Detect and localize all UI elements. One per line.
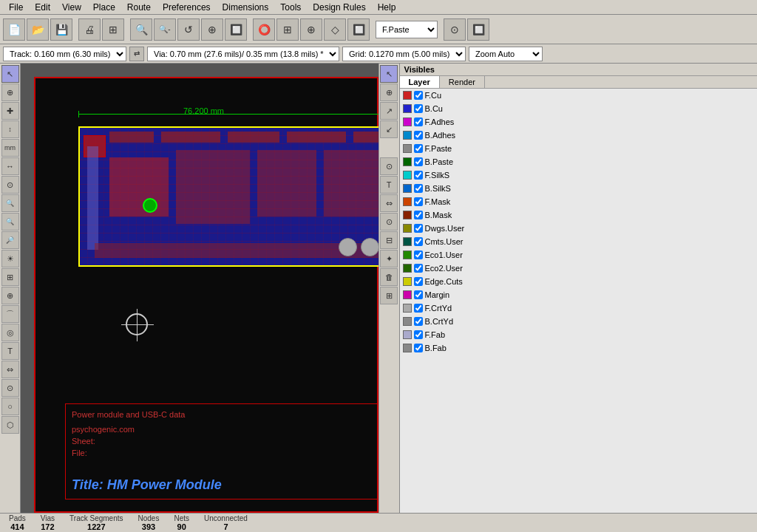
layer-row-b-mask[interactable]: B.Mask (400, 208, 758, 222)
layer-row-cmts-user[interactable]: Cmts.User (400, 235, 758, 248)
menu-file[interactable]: File (3, 1, 29, 14)
layer-row-f-crtyd[interactable]: F.CrtYd (400, 301, 758, 315)
menu-design-rules[interactable]: Design Rules (307, 1, 371, 14)
layer-select[interactable]: F.CuB.CuF.AdhesB.AdhesF.PasteB.PasteF.Si… (376, 21, 438, 38)
layer-check-dwgs-user[interactable] (414, 224, 423, 233)
add-line-tool[interactable]: ⇔ (1, 361, 19, 378)
rt-tool3[interactable]: ↗ (380, 102, 398, 120)
menu-tools[interactable]: Tools (274, 1, 307, 14)
print2-button[interactable]: ⊞ (102, 18, 124, 41)
rt-tool9[interactable]: ⊙ (380, 213, 398, 231)
route-45-tool[interactable]: ⊕ (1, 287, 19, 304)
tab-layer[interactable]: Layer (400, 76, 440, 88)
layer-row-f-paste[interactable]: F.Paste (400, 142, 758, 155)
layer-check-cmts-user[interactable] (414, 237, 423, 246)
zoom-actual-button[interactable]: 🔲 (225, 18, 247, 41)
add-text-tool[interactable]: T (1, 342, 19, 360)
layer-check-f-adhes[interactable] (414, 117, 423, 126)
rt-tool5[interactable] (380, 139, 398, 157)
layer-check-b-adhes[interactable] (414, 131, 423, 140)
highlight-net-tool[interactable]: ☀ (1, 250, 19, 267)
highlight-button[interactable]: 🔲 (347, 18, 370, 41)
layer-row-b-silks[interactable]: B.SilkS (400, 182, 758, 195)
rt-tool8[interactable]: ⇔ (380, 194, 398, 212)
zoom-in-tool[interactable]: 🔍 (1, 194, 19, 212)
layer-row-b-paste[interactable]: B.Paste (400, 155, 758, 168)
canvas-area[interactable]: 76.200 mm 36.069 mm (21, 64, 378, 513)
rt-inspect[interactable]: ⊕ (380, 83, 398, 101)
layer-row-f-mask[interactable]: F.Mask (400, 195, 758, 208)
menu-place[interactable]: Place (87, 1, 121, 14)
menu-edit[interactable]: Edit (29, 1, 56, 14)
move-tool[interactable]: ↕ (1, 120, 19, 138)
print-button[interactable]: 🖨 (78, 18, 101, 41)
layer-row-b-fab[interactable]: B.Fab (400, 341, 758, 355)
layer-check-f-crtyd[interactable] (414, 304, 423, 313)
add-circle-tool[interactable]: ○ (1, 398, 19, 415)
zoom-select[interactable]: Zoom Auto (469, 47, 543, 61)
gerber-button[interactable]: ⭕ (253, 18, 275, 41)
layer-row-margin[interactable]: Margin (400, 288, 758, 301)
tab-render[interactable]: Render (440, 76, 485, 88)
layer-check-b-fab[interactable] (414, 344, 423, 352)
rt-tool10[interactable]: ⊟ (380, 231, 398, 249)
layer-check-f-paste[interactable] (414, 144, 423, 153)
layer-row-f-cu[interactable]: F.Cu (400, 89, 758, 102)
menu-route[interactable]: Route (121, 1, 157, 14)
rt-barrel[interactable]: 🗑 (380, 268, 398, 286)
layer-check-f-mask[interactable] (414, 197, 423, 206)
layer-check-b-crtyd[interactable] (414, 317, 423, 326)
rt-select[interactable]: ↖ (380, 65, 398, 83)
add-arc-tool[interactable]: ⊙ (1, 379, 19, 397)
rt-tool6[interactable]: ⊙ (380, 157, 398, 175)
zoom-area-button[interactable]: ⊕ (201, 18, 223, 41)
layer-row-edge-cuts[interactable]: Edge.Cuts (400, 275, 758, 288)
layer-check-b-cu[interactable] (414, 104, 423, 113)
route-track-tool[interactable]: ⊞ (1, 268, 19, 286)
layer-check-b-mask[interactable] (414, 211, 423, 219)
rt-tool11[interactable]: ✦ (380, 250, 398, 267)
grid-select[interactable]: Grid: 0.1270 mm (5.00 mils) (342, 47, 466, 61)
save-button[interactable]: 💾 (50, 18, 72, 41)
layer-row-f-silks[interactable]: F.SilkS (400, 168, 758, 182)
layer-row-b-crtyd[interactable]: B.CrtYd (400, 315, 758, 328)
menu-dimensions[interactable]: Dimensions (217, 1, 275, 14)
rt-tool7[interactable]: T (380, 176, 398, 194)
layer-row-eco1-user[interactable]: Eco1.User (400, 248, 758, 262)
add-footprint-tool[interactable]: ✚ (1, 102, 19, 120)
menu-preferences[interactable]: Preferences (157, 1, 217, 14)
track-swap-button[interactable]: ⇄ (129, 47, 144, 61)
units-tool[interactable]: mm (1, 139, 19, 157)
add-via-tool[interactable]: ◎ (1, 324, 19, 341)
zoom-in-button[interactable]: 🔍 (130, 18, 152, 41)
inspect-tool[interactable]: ⊕ (1, 83, 19, 101)
layer-check-b-silks[interactable] (414, 184, 423, 193)
select-tool[interactable]: ↖ (1, 65, 19, 83)
grid-tool[interactable]: ⊙ (1, 176, 19, 194)
track-select[interactable]: Track: 0.160 mm (6.30 mils) (3, 47, 126, 61)
layer-check-eco1-user[interactable] (414, 250, 423, 259)
grid2-button[interactable]: ⊕ (300, 18, 322, 41)
layer-check-b-paste[interactable] (414, 157, 423, 166)
layer-row-f-adhes[interactable]: F.Adhes (400, 115, 758, 129)
grid-button[interactable]: ⊞ (276, 18, 299, 41)
menu-view[interactable]: View (56, 1, 87, 14)
layer-check-f-fab[interactable] (414, 330, 423, 339)
add-polygon-tool[interactable]: ⬡ (1, 416, 19, 434)
ratsnest-button[interactable]: ◇ (324, 18, 346, 41)
zoom-out-tool[interactable]: 🔍 (1, 213, 19, 231)
layer-row-b-adhes[interactable]: B.Adhes (400, 129, 758, 142)
layer-row-f-fab[interactable]: F.Fab (400, 328, 758, 341)
rt-toolA[interactable]: ⊞ (380, 287, 398, 304)
layer-row-b-cu[interactable]: B.Cu (400, 102, 758, 115)
layer-check-eco2-user[interactable] (414, 264, 423, 273)
zoom-fit-button[interactable]: ↺ (177, 18, 200, 41)
layer-row-dwgs-user[interactable]: Dwgs.User (400, 222, 758, 235)
open-button[interactable]: 📂 (27, 18, 49, 41)
3d-button[interactable]: 🔲 (467, 18, 489, 41)
layer-check-edge-cuts[interactable] (414, 277, 423, 286)
layer-check-f-cu[interactable] (414, 91, 423, 100)
layer-check-f-silks[interactable] (414, 171, 423, 180)
layer-check-margin[interactable] (414, 290, 423, 299)
layer-row-eco2-user[interactable]: Eco2.User (400, 262, 758, 275)
